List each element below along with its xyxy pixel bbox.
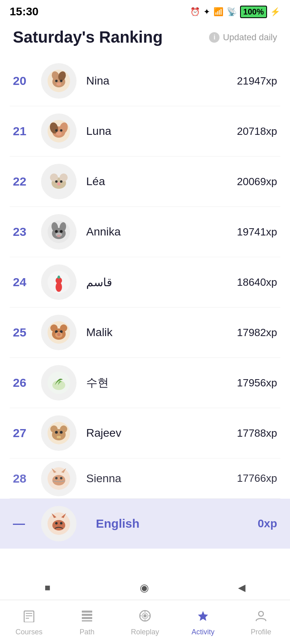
bluetooth-icon: ✦ <box>203 7 210 17</box>
nav-item-roleplay[interactable]: Roleplay <box>116 609 174 636</box>
ranking-list: 20 Nina 21947xp 21 Luna 20718xp 22 Léa 2… <box>0 56 290 499</box>
nav-item-activity[interactable]: Activity <box>174 609 232 636</box>
android-square[interactable]: ■ <box>45 582 51 593</box>
charging-icon: ⚡ <box>270 7 280 17</box>
rank-number: 23 <box>13 225 41 239</box>
nav-label-roleplay: Roleplay <box>131 628 159 636</box>
svg-rect-69 <box>82 614 92 616</box>
svg-point-54 <box>55 477 58 479</box>
ranking-item[interactable]: 22 Léa 20069xp <box>10 157 280 207</box>
activity-icon <box>197 609 209 625</box>
xp-value: 19741xp <box>237 226 277 238</box>
svg-point-20 <box>57 182 60 186</box>
signal-icon: 📶 <box>213 7 224 17</box>
android-nav: ■ ◉ ◀ <box>0 576 290 600</box>
xp-value: 20069xp <box>237 175 277 188</box>
updated-daily: i Updated daily <box>209 32 277 43</box>
player-name: قاسم <box>86 276 237 289</box>
roleplay-icon <box>139 609 151 625</box>
player-avatar <box>41 164 77 199</box>
player-avatar <box>41 214 77 250</box>
rank-number: 26 <box>13 376 41 390</box>
player-avatar <box>41 415 77 451</box>
xp-value: 20718xp <box>237 125 277 138</box>
nav-label-path: Path <box>79 628 94 636</box>
nav-item-path[interactable]: Path <box>58 609 116 636</box>
svg-point-26 <box>60 230 63 233</box>
svg-point-18 <box>55 180 58 183</box>
rank-number: 28 <box>13 472 41 485</box>
svg-point-4 <box>55 80 58 82</box>
player-avatar <box>41 264 77 300</box>
nav-label-courses: Courses <box>15 628 42 636</box>
alarm-icon: ⏰ <box>190 7 200 17</box>
xp-value: 17766xp <box>237 472 277 485</box>
rank-number: 24 <box>13 275 41 289</box>
svg-rect-64 <box>24 611 34 622</box>
current-rank: — <box>13 517 41 530</box>
svg-point-63 <box>60 522 62 524</box>
rank-number: 21 <box>13 124 41 138</box>
svg-point-55 <box>60 477 62 479</box>
svg-rect-70 <box>82 617 92 619</box>
page-title: Saturday's Ranking <box>13 28 163 46</box>
android-circle[interactable]: ◉ <box>140 582 149 594</box>
status-icons: ⏰ ✦ 📶 📡 100% ⚡ <box>190 6 280 18</box>
xp-value: 17982xp <box>237 326 277 339</box>
nav-item-courses[interactable]: Courses <box>0 609 58 636</box>
svg-point-13 <box>56 132 62 136</box>
svg-point-11 <box>55 129 58 132</box>
player-name: Rajeev <box>86 427 237 440</box>
ranking-item[interactable]: 25 Malik 17982xp <box>10 308 280 358</box>
xp-value: 17788xp <box>237 427 277 440</box>
svg-point-17 <box>60 173 68 182</box>
svg-point-73 <box>143 614 147 617</box>
ranking-item[interactable]: 24 قاسم 18640xp <box>10 257 280 308</box>
nav-label-profile: Profile <box>251 628 271 636</box>
xp-value: 18640xp <box>237 276 277 289</box>
player-avatar <box>41 114 77 149</box>
status-bar: 15:30 ⏰ ✦ 📶 📡 100% ⚡ <box>0 0 290 22</box>
nav-item-profile[interactable]: Profile <box>232 609 290 636</box>
ranking-item[interactable]: 21 Luna 20718xp <box>10 106 280 157</box>
player-name: Luna <box>86 125 237 138</box>
rank-number: 25 <box>13 326 41 339</box>
svg-point-5 <box>60 80 62 82</box>
svg-rect-49 <box>57 436 61 438</box>
xp-value: 17956xp <box>237 377 277 389</box>
status-time: 15:30 <box>10 5 39 18</box>
android-back[interactable]: ◀ <box>238 582 245 593</box>
rank-number: 22 <box>13 175 41 188</box>
info-icon: i <box>209 32 220 43</box>
svg-point-75 <box>259 611 263 616</box>
page-header: Saturday's Ranking i Updated daily <box>0 22 290 56</box>
player-name: 수현 <box>86 375 237 390</box>
svg-point-19 <box>60 180 62 183</box>
ranking-item[interactable]: 27 Rajeev 17788xp <box>10 408 280 458</box>
ranking-item[interactable]: 26 수현 17956xp <box>10 358 280 408</box>
path-icon <box>81 609 93 625</box>
battery-icon: 100% <box>240 6 267 18</box>
svg-point-12 <box>60 129 62 132</box>
profile-icon <box>255 609 267 625</box>
rank-number: 27 <box>13 426 41 440</box>
svg-point-25 <box>55 230 58 233</box>
svg-point-59 <box>52 520 65 530</box>
ranking-item[interactable]: 23 Annika 19741xp <box>10 207 280 257</box>
current-user-xp: 0xp <box>258 517 277 530</box>
svg-point-28 <box>57 235 61 237</box>
svg-point-6 <box>56 83 61 86</box>
rank-number: 20 <box>13 74 41 88</box>
player-name: Sienna <box>86 472 237 485</box>
svg-point-51 <box>52 475 65 485</box>
player-avatar <box>41 461 77 496</box>
ranking-item[interactable]: 28 Sienna 17766xp <box>10 458 280 499</box>
bottom-nav: Courses Path Roleplay <box>0 600 290 644</box>
svg-point-16 <box>50 173 58 182</box>
svg-point-48 <box>60 431 63 434</box>
ranking-item[interactable]: 20 Nina 21947xp <box>10 56 280 106</box>
player-name: Léa <box>86 175 237 188</box>
current-user-bar[interactable]: — English 0xp <box>0 499 290 549</box>
player-avatar <box>41 63 77 99</box>
player-avatar <box>41 365 77 400</box>
